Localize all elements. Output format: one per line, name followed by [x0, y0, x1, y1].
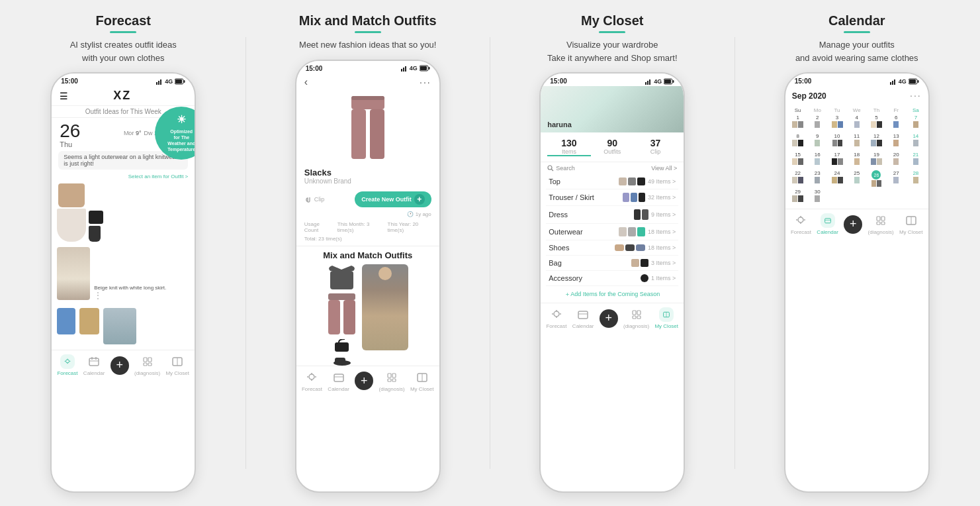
closet-nav-add[interactable]: +	[600, 309, 618, 328]
cal-nav-my-closet[interactable]: My Closet	[899, 213, 923, 235]
menu-icon[interactable]: ☰	[60, 91, 68, 101]
cal-cell-25[interactable]: 25	[847, 170, 867, 187]
mix-nav-add[interactable]: +	[355, 372, 373, 390]
accessory-thumb-1	[641, 274, 648, 282]
forecast-desc: AI stylist creates outfit ideas with you…	[65, 38, 182, 64]
cal-cell-27[interactable]: 27	[886, 170, 906, 187]
svg-rect-1	[158, 81, 159, 85]
cal-cell-11[interactable]: 11	[847, 133, 867, 150]
cal-week-1: 1 2 3	[788, 115, 926, 132]
svg-rect-2	[160, 79, 161, 85]
category-outerwear[interactable]: Outerwear 18 Items >	[546, 224, 678, 240]
cal-cell-26[interactable]: 26	[867, 170, 887, 187]
more-icon[interactable]: ⋮	[94, 291, 189, 300]
cal-cell-7[interactable]: 7	[906, 115, 926, 132]
cal-cell-21[interactable]: 21	[906, 152, 926, 169]
cal-cell-28[interactable]: 28	[906, 170, 926, 187]
svg-rect-43	[645, 82, 646, 85]
cal-cell-9[interactable]: 9	[807, 133, 827, 150]
nav-forecast[interactable]: Forecast	[57, 354, 77, 376]
nav-add[interactable]: +	[111, 356, 129, 375]
mix-more-icon[interactable]: ···	[420, 77, 431, 87]
app-container: Forecast AI stylist creates outfit ideas…	[0, 0, 980, 506]
category-bag[interactable]: Bag 3 Items >	[546, 256, 678, 271]
divider-2	[490, 37, 490, 469]
add-items-bar[interactable]: ＋Add Items for the Coming Season	[541, 286, 684, 303]
cal-cell-23[interactable]: 23	[807, 170, 827, 187]
mix-nav-calendar[interactable]: Calendar	[328, 370, 349, 392]
cal-cell-19[interactable]: 19	[867, 152, 887, 169]
category-dress[interactable]: Dress 9 Items >	[546, 206, 678, 224]
closet-nav-forecast[interactable]: Forecast	[546, 307, 566, 329]
nav-diagnosis[interactable]: (diagnosis)	[134, 354, 160, 376]
cal-cell-8[interactable]: 8	[788, 133, 808, 150]
mix-panel: Mix and Match Outfits Meet new fashion i…	[251, 13, 485, 493]
svg-point-49	[548, 166, 552, 170]
cal-cell-17[interactable]: 17	[827, 152, 847, 169]
cal-nav-calendar[interactable]: Calendar	[817, 213, 838, 235]
cal-cell-22[interactable]: 22	[788, 170, 808, 187]
cal-cell-5[interactable]: 5	[867, 115, 887, 132]
svg-rect-65	[909, 79, 916, 83]
signal-icon	[156, 78, 163, 85]
category-trouser[interactable]: Trouser / Skirt 32 Items >	[546, 189, 678, 206]
cal-cell-10[interactable]: 10	[827, 133, 847, 150]
stat-items[interactable]: 130 Items	[547, 138, 590, 156]
closet-nav-diagnosis[interactable]: (diagnosis)	[623, 307, 649, 329]
cal-cell-30[interactable]: 30	[807, 189, 827, 206]
back-icon[interactable]: ‹	[304, 76, 308, 88]
mix-nav-my-closet[interactable]: My Closet	[410, 370, 434, 392]
mix-product-image	[296, 91, 439, 165]
cal-cell-6[interactable]: 6	[886, 115, 906, 132]
view-all-button[interactable]: View All >	[651, 165, 677, 172]
category-accessory[interactable]: Accessory 1 Items >	[546, 271, 678, 286]
cal-cell-24[interactable]: 24	[827, 170, 847, 187]
svg-point-6	[66, 360, 69, 363]
closet-nav-my-closet[interactable]: My Closet	[654, 307, 678, 329]
mix-add-icon: +	[355, 372, 373, 390]
cal-cell-15[interactable]: 15	[788, 152, 808, 169]
cal-cell-18[interactable]: 18	[847, 152, 867, 169]
closet-accent	[599, 31, 625, 33]
mix-bag-svg	[334, 339, 350, 352]
cal-nav-add[interactable]: +	[844, 215, 862, 234]
cal-cell-20[interactable]: 20	[886, 152, 906, 169]
category-top[interactable]: Top 49 Items >	[546, 174, 678, 189]
cal-cell-16[interactable]: 16	[807, 152, 827, 169]
nav-my-closet[interactable]: My Closet	[165, 354, 189, 376]
boot-cloth	[89, 226, 101, 242]
cal-cell-29[interactable]: 29	[788, 189, 808, 206]
cal-nav-diagnosis[interactable]: (diagnosis)	[868, 213, 893, 235]
product-info: Slacks Unknown Brand	[296, 165, 439, 187]
svg-rect-12	[148, 358, 152, 362]
mix-nav-forecast[interactable]: Forecast	[302, 370, 322, 392]
select-item-bar[interactable]: Select an item for Outfit >	[52, 172, 195, 181]
search-button[interactable]: Search	[547, 165, 575, 172]
cal-nav-forecast[interactable]: Forecast	[791, 213, 811, 235]
dress-thumb-1	[634, 209, 641, 220]
cal-cell-4[interactable]: 4	[847, 115, 867, 132]
mix-nav-diagnosis[interactable]: (diagnosis)	[379, 370, 404, 392]
cal-cell-12[interactable]: 12	[867, 133, 887, 150]
mix-desc: Meet new fashion ideas that so you!	[294, 38, 441, 52]
stat-outfits[interactable]: 90 Outfits	[591, 138, 634, 156]
clip-button[interactable]: Clip	[304, 195, 325, 203]
create-outfit-button[interactable]: Create New Outfit +	[355, 191, 431, 207]
nav-calendar[interactable]: Calendar	[83, 354, 105, 376]
closet-nav-calendar[interactable]: Calendar	[572, 307, 594, 329]
stat-clip[interactable]: 37 Clip	[634, 138, 677, 156]
shoes-thumb-2	[625, 244, 635, 251]
svg-rect-21	[428, 67, 429, 70]
cal-more-icon[interactable]: ···	[910, 90, 922, 101]
category-shoes[interactable]: Shoes 18 Items >	[546, 240, 678, 256]
svg-rect-57	[637, 316, 641, 319]
mix-header: ‹ ···	[296, 74, 439, 91]
cal-cell-3[interactable]: 3	[827, 115, 847, 132]
svg-rect-30	[343, 300, 355, 334]
cal-cell-1[interactable]: 1	[788, 115, 808, 132]
svg-rect-60	[890, 82, 891, 85]
svg-rect-64	[917, 80, 918, 83]
cal-cell-13[interactable]: 13	[886, 133, 906, 150]
cal-cell-2[interactable]: 2	[807, 115, 827, 132]
cal-cell-14[interactable]: 14	[906, 133, 926, 150]
